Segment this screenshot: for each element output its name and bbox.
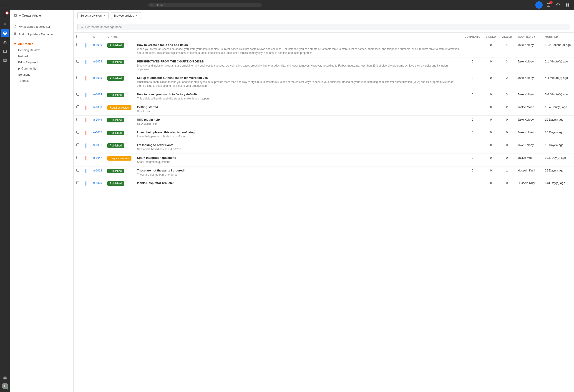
contact-nav-icon[interactable] <box>1 47 9 56</box>
article-title[interactable]: I'm looking to order Pants <box>137 143 459 147</box>
modified-by-header[interactable]: MODIFIED BY <box>515 33 542 41</box>
article-title[interactable]: These are not the pants I ordered! <box>137 169 459 172</box>
article-id-cell[interactable]: ar-1020 <box>90 179 105 189</box>
row-checkbox[interactable] <box>76 60 79 63</box>
browse-articles-dropdown[interactable]: Browse articles <box>111 12 141 19</box>
tutorials-item[interactable]: Tutorials <box>10 78 73 84</box>
calendar-button[interactable]: 1 <box>545 1 552 9</box>
global-search[interactable] <box>148 3 262 7</box>
article-id-cell[interactable]: ar-1034 <box>90 90 105 103</box>
article-id-cell[interactable]: ar-1035 <box>90 128 105 141</box>
article-title[interactable]: Spark integration questions <box>137 156 459 159</box>
row-checkbox[interactable] <box>76 181 79 184</box>
article-content-cell[interactable]: Is this Respirator broken? <box>134 179 462 189</box>
article-id[interactable]: ar-1031 <box>93 144 102 147</box>
pending-review-item[interactable]: Pending Review <box>10 47 73 53</box>
row-checkbox[interactable] <box>76 156 79 159</box>
article-description: When you create an Access database, you … <box>137 47 459 55</box>
article-id-cell[interactable]: ar-1049 <box>90 116 105 128</box>
select-all-checkbox[interactable] <box>76 35 79 38</box>
article-content-cell[interactable]: How to Create a table and add fields Whe… <box>134 41 462 57</box>
article-id[interactable]: ar-1035 <box>93 131 102 134</box>
id-header[interactable]: ID <box>90 33 105 41</box>
report-nav-icon[interactable] <box>1 56 9 64</box>
kb-nav-icon[interactable] <box>1 29 9 37</box>
row-checkbox[interactable] <box>76 131 79 133</box>
articles-table-container: ID STATUS COMMENTS LINKED VIEWED MODIFIE… <box>74 33 574 392</box>
article-id[interactable]: ar-1029 <box>93 76 102 79</box>
article-id-cell[interactable]: ar-1012 <box>90 166 105 179</box>
article-content-cell[interactable]: Getting started How to start <box>134 103 462 116</box>
article-content-cell[interactable]: Spark integration questions Spark integr… <box>134 153 462 166</box>
article-id-cell[interactable]: ar-1050 <box>90 103 105 116</box>
article-id[interactable]: ar-1047 <box>93 156 102 159</box>
article-id[interactable]: ar-1020 <box>93 182 102 185</box>
people-nav-icon[interactable] <box>1 38 9 46</box>
modified-by-cell: Jake Kolbey <box>515 41 542 57</box>
article-content-cell[interactable]: I need help please, this alert is confus… <box>134 128 462 141</box>
my-assigned-articles-item[interactable]: My assigned articles (1) <box>10 23 73 30</box>
row-checkbox[interactable] <box>76 43 79 46</box>
row-checkbox[interactable] <box>76 169 79 172</box>
article-content-cell[interactable]: These are not the pants I ordered! These… <box>134 166 462 179</box>
article-title[interactable]: Getting started <box>137 105 459 109</box>
article-title[interactable]: Is this Respirator broken? <box>137 181 459 185</box>
settings-icon[interactable] <box>1 374 9 382</box>
article-id[interactable]: ar-1023 <box>93 60 102 63</box>
status-cell: Published <box>105 179 134 189</box>
outline-nav-icon[interactable]: ≡ <box>1 20 9 28</box>
kb-search-bar[interactable] <box>77 24 570 30</box>
article-id-cell[interactable]: ar-1030 <box>90 41 105 57</box>
viewed-header[interactable]: VIEWED <box>499 33 515 41</box>
retired-item[interactable]: Retired <box>10 53 73 59</box>
article-content-cell[interactable]: PERSPECTIVES FROM THE C-SUITE ON DEI&B D… <box>134 57 462 74</box>
article-title[interactable]: SSO plugin help <box>137 118 459 121</box>
modified-by-cell: Jackie Moon <box>515 153 542 166</box>
priority-header <box>82 33 90 41</box>
modified-cell: 4.4 Minute(s) ago <box>542 74 574 90</box>
article-id-cell[interactable]: ar-1023 <box>90 57 105 74</box>
article-title[interactable]: How to Create a table and add fields <box>137 43 459 47</box>
article-id[interactable]: ar-1050 <box>93 106 102 109</box>
article-content-cell[interactable]: Set up multifactor authentication for Mi… <box>134 74 462 90</box>
favorites-button[interactable] <box>554 1 562 9</box>
article-id-cell[interactable]: ar-1031 <box>90 141 105 153</box>
article-content-cell[interactable]: SSO plugin help SSO plugin help <box>134 116 462 128</box>
edits-required-item[interactable]: Edits Required <box>10 59 73 65</box>
article-id[interactable]: ar-1012 <box>93 169 102 172</box>
add-button[interactable]: + <box>535 1 543 9</box>
grid-view-button[interactable] <box>564 1 571 9</box>
article-content-cell[interactable]: How to reset your watch to factory defau… <box>134 90 462 103</box>
article-id-cell[interactable]: ar-1029 <box>90 74 105 90</box>
linked-header[interactable]: LINKED <box>483 33 499 41</box>
article-id[interactable]: ar-1049 <box>93 118 102 121</box>
create-article-button[interactable]: + Create Article <box>14 13 70 18</box>
add-update-container-item[interactable]: Add or Update a Container <box>10 30 73 38</box>
grid-nav-icon[interactable]: ⊞ <box>1 2 9 10</box>
article-title[interactable]: PERSPECTIVES FROM THE C-SUITE ON DEI&B <box>137 60 459 63</box>
solutions-item[interactable]: Solutions <box>10 72 73 78</box>
article-title[interactable]: I need help please, this alert is confus… <box>137 131 459 134</box>
article-title[interactable]: How to reset your watch to factory defau… <box>137 93 459 96</box>
article-title[interactable]: Set up multifactor authentication for Mi… <box>137 76 459 79</box>
kb-search-input[interactable] <box>85 25 567 29</box>
row-checkbox[interactable] <box>76 93 79 96</box>
user-avatar-icon[interactable]: JK <box>1 382 9 390</box>
row-checkbox[interactable] <box>76 76 79 79</box>
all-articles-header[interactable]: ▼ All Articles <box>10 41 73 47</box>
row-checkbox[interactable] <box>76 118 79 121</box>
article-id[interactable]: ar-1030 <box>93 43 102 47</box>
comments-header[interactable]: COMMENTS <box>462 33 483 41</box>
article-id-cell[interactable]: ar-1047 <box>90 153 105 166</box>
division-dropdown[interactable]: Select a division <box>77 12 109 19</box>
status-header[interactable]: STATUS <box>105 33 134 41</box>
division-dropdown-label: Select a division <box>80 14 102 17</box>
modified-header[interactable]: MODIFIED <box>542 33 574 41</box>
article-id[interactable]: ar-1034 <box>93 93 102 96</box>
list-nav-icon[interactable]: ☰ 15 <box>1 11 9 19</box>
row-checkbox[interactable] <box>76 105 79 108</box>
row-checkbox[interactable] <box>76 143 79 146</box>
article-content-cell[interactable]: I'm looking to order Pants New article b… <box>134 141 462 153</box>
global-search-input[interactable] <box>156 3 259 7</box>
community-item[interactable]: ▶ Community <box>10 65 73 72</box>
